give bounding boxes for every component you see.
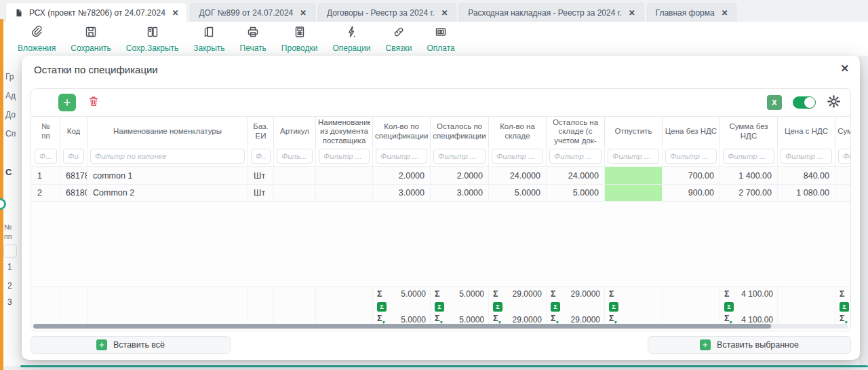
links-button[interactable]: Связки <box>380 23 418 55</box>
release-cell[interactable] <box>604 184 662 202</box>
export-excel-button[interactable]: X <box>767 95 782 110</box>
table-card: X № ппКодНаименование номенклатурыБаз. Е… <box>31 88 851 331</box>
filter-cell <box>31 146 60 166</box>
tab-main-form[interactable]: Главная форма ✕ <box>647 3 737 22</box>
column-header-12[interactable]: Сумма без НДС <box>719 117 777 147</box>
column-header-2[interactable]: Наименование номенклатуры <box>87 117 248 147</box>
add-row-button[interactable] <box>58 94 76 111</box>
filter-input-2[interactable] <box>90 149 245 164</box>
table-row[interactable]: 168178common 1Шт2.00002.000024.000024.00… <box>31 166 850 184</box>
filter-input-1[interactable] <box>63 149 84 164</box>
filter-input-13[interactable] <box>781 149 832 164</box>
filter-input-10[interactable] <box>608 149 659 164</box>
sum-total-icon[interactable]: Σ <box>840 289 845 299</box>
scrollbar-thumb[interactable] <box>33 324 771 329</box>
column-header-label: Код <box>67 127 81 136</box>
cell: 24.0000 <box>546 166 604 184</box>
insert-selected-button[interactable]: Вставить выбранное <box>648 336 851 354</box>
filter-input-9[interactable] <box>549 149 601 164</box>
sum-selected-icon[interactable]: Σ <box>724 302 734 312</box>
close-dialog-icon[interactable]: ✕ <box>840 62 849 75</box>
print-button[interactable]: Печать <box>234 23 273 55</box>
postings-button[interactable]: Проводки <box>275 23 324 55</box>
column-header-1[interactable]: Код <box>60 117 87 147</box>
plus-icon <box>96 339 107 350</box>
column-header-11[interactable]: Цена без НДС <box>662 117 719 147</box>
sum-total-icon[interactable]: Σ <box>377 289 382 299</box>
sum-total-icon[interactable]: Σ <box>493 289 498 299</box>
tab-label: РСХ (проект №78206) от 24.07.2024 <box>29 8 165 18</box>
toolbar-label: Закрыть <box>193 43 224 53</box>
spec-remains-table: № ппКодНаименование номенклатурыБаз. ЕИА… <box>31 116 850 327</box>
table-row[interactable]: 268180Common 2Шт3.00003.00005.00005.0000… <box>31 184 850 202</box>
footer-cell <box>31 286 60 327</box>
toggle-switch[interactable] <box>793 96 816 109</box>
main-toolbar: Вложения Сохранить Сохр.Закрыть Закрыть … <box>3 22 868 56</box>
cell: 840.00 <box>777 166 835 184</box>
filter-input-7[interactable] <box>433 149 486 164</box>
filter-input-4[interactable] <box>277 149 313 164</box>
close-tab-icon[interactable]: ✕ <box>629 8 635 18</box>
close-tab-icon[interactable]: ✕ <box>300 8 307 18</box>
filter-input-12[interactable] <box>723 149 774 164</box>
sum-total-icon[interactable]: Σ <box>551 289 556 299</box>
sum-selected-icon[interactable]: Σ <box>493 302 502 312</box>
payment-button[interactable]: Оплата <box>420 23 460 55</box>
column-header-9[interactable]: Осталось на складе (с учетом док- <box>546 117 604 147</box>
release-cell[interactable] <box>604 166 662 184</box>
column-header-label: Кол-во по спецификации <box>375 122 428 141</box>
tab-dog-899[interactable]: ДОГ №899 от 24.07.2024 ✕ <box>190 3 315 22</box>
table-toolbar: X <box>31 89 850 116</box>
save-button[interactable]: Сохранить <box>64 23 117 55</box>
footer-cell <box>315 286 372 327</box>
filter-input-5[interactable] <box>319 149 370 164</box>
settings-button[interactable] <box>827 94 841 111</box>
save-close-button[interactable]: Сохр.Закрыть <box>120 23 184 55</box>
sum-total-icon[interactable]: Σ <box>435 289 440 299</box>
delete-row-button[interactable] <box>87 94 100 111</box>
column-header-3[interactable]: Баз. ЕИ <box>248 117 273 147</box>
insert-all-button[interactable]: Вставить всё <box>31 336 231 354</box>
sum-selected-icon[interactable]: Σ <box>551 302 560 312</box>
filter-cell <box>315 146 372 166</box>
cell: 5.0000 <box>546 184 604 202</box>
trash-icon <box>87 94 100 108</box>
attachments-button[interactable]: Вложения <box>12 23 62 55</box>
sum-selected-icon[interactable]: Σ <box>435 302 444 312</box>
column-header-0[interactable]: № пп <box>31 117 60 147</box>
tab-rsx-project[interactable]: РСХ (проект №78206) от 24.07.2024 ✕ <box>5 3 187 22</box>
sum-total-icon[interactable]: Σ <box>609 289 614 299</box>
column-header-7[interactable]: Осталось по спецификации <box>430 117 488 147</box>
tab-invoice-registry[interactable]: Расходная накладная - Реестр за 2024 г. … <box>459 3 644 22</box>
filter-input-6[interactable] <box>376 149 427 164</box>
operations-button[interactable]: Операции <box>326 23 376 55</box>
column-header-4[interactable]: Артикул <box>273 117 315 147</box>
column-header-13[interactable]: Цена с НДС <box>777 117 835 147</box>
sum-total-icon[interactable]: Σ <box>724 289 730 299</box>
cell: 2.0000 <box>430 166 488 184</box>
filter-cell <box>719 146 777 166</box>
door-icon <box>202 25 216 41</box>
close-tab-icon[interactable]: ✕ <box>172 8 179 18</box>
filter-input-11[interactable] <box>665 149 717 164</box>
tab-contracts-registry[interactable]: Договоры - Реестр за 2024 г. ✕ <box>318 3 456 22</box>
column-header-5[interactable]: Наименование из документа поставщика <box>315 117 372 147</box>
column-header-14[interactable]: Сумма с НДС <box>835 117 850 147</box>
close-tab-icon[interactable]: ✕ <box>722 8 728 18</box>
close-button[interactable]: Закрыть <box>187 23 231 55</box>
filter-input-14[interactable] <box>838 149 850 164</box>
sum-selected-icon[interactable]: Σ <box>609 302 618 312</box>
filter-input-0[interactable] <box>35 149 57 164</box>
save-icon <box>84 25 98 41</box>
window-bottom-accent <box>20 365 868 367</box>
close-tab-icon[interactable]: ✕ <box>441 8 448 18</box>
column-header-10[interactable]: Отпустить <box>604 117 662 147</box>
column-header-8[interactable]: Кол-во на складе <box>488 117 546 147</box>
cell: 2 700.00 <box>719 184 777 202</box>
column-header-6[interactable]: Кол-во по спецификации <box>372 117 430 147</box>
filter-cell <box>777 146 835 166</box>
sum-selected-icon[interactable]: Σ <box>377 302 387 312</box>
filter-input-3[interactable] <box>251 149 271 164</box>
sum-selected-icon[interactable]: Σ <box>840 302 849 312</box>
filter-input-8[interactable] <box>492 149 543 164</box>
